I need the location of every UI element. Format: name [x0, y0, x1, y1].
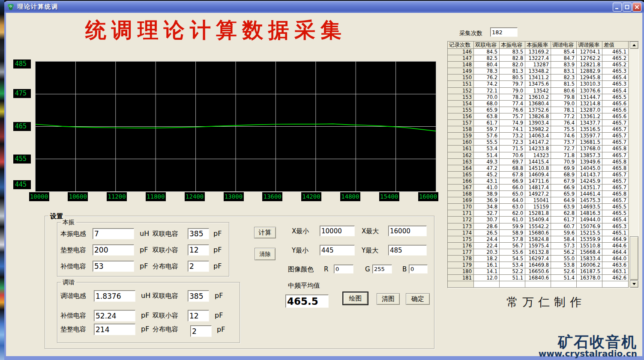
- benzhen-padder-cap-input[interactable]: [93, 244, 134, 256]
- table-row[interactable]: 15957.673.214063.474.613597.7465.7: [448, 133, 638, 139]
- table-row[interactable]: 16741.066.014817.466.914351.7465.7: [448, 184, 638, 191]
- table-row[interactable]: 17524.457.815824.858.415359.9464.9: [448, 236, 638, 243]
- table-row[interactable]: 17622.456.715975.457.315510.8464.6: [448, 243, 638, 249]
- table-cell: 56.7: [500, 243, 525, 249]
- benzhen-trimmer-cap-input[interactable]: [188, 244, 209, 256]
- table-row[interactable]: 17720.355.616132.856.215668.4464.4: [448, 249, 638, 256]
- g-input[interactable]: [372, 265, 392, 274]
- table-row[interactable]: 17132.762.015281.862.814816.3465.5: [448, 210, 638, 217]
- tiaoxie-inductance-input[interactable]: [94, 290, 135, 302]
- tiaoxie-stray-cap-input[interactable]: [190, 325, 212, 337]
- table-row[interactable]: 17328.659.915542.260.715076.9465.3: [448, 223, 638, 230]
- table-row[interactable]: 16349.369.714415.470.913949.6465.8: [448, 159, 638, 165]
- collection-count-input[interactable]: [490, 27, 518, 37]
- ymin-input[interactable]: [320, 245, 355, 256]
- table-cell: 463.1: [602, 268, 629, 275]
- table-row[interactable]: 15468.077.413680.479.013214.8465.6: [448, 101, 638, 107]
- table-cell: 152: [448, 88, 474, 94]
- table-cell: 165: [448, 172, 474, 178]
- table-cell: 14461.4: [577, 191, 602, 197]
- clear-button[interactable]: 清除: [255, 248, 276, 260]
- table-row[interactable]: 14880.482.01328783.912821.8465.2: [448, 62, 638, 68]
- scroll-up-button[interactable]: [630, 42, 638, 49]
- table-cell: 16650.6: [525, 268, 551, 275]
- col-header[interactable]: 本振频率: [525, 42, 551, 49]
- table-row[interactable]: 15663.875.713826.877.213361.2465.6: [448, 113, 638, 120]
- x-tick-label: 16000: [418, 192, 438, 201]
- col-header[interactable]: 记录次数: [448, 42, 474, 49]
- close-button[interactable]: [632, 3, 641, 12]
- table-row[interactable]: 15761.774.913903.476.413437.7465.7: [448, 120, 638, 126]
- table-cell: 16187.5: [577, 268, 602, 275]
- table-cell: 160: [448, 139, 474, 146]
- table-cell: 465.6: [602, 101, 629, 107]
- col-header[interactable]: 调谐电容: [551, 42, 577, 49]
- table-cell: 13287.0: [577, 107, 602, 113]
- table-row[interactable]: 17230.761.015409.461.714944.0465.4: [448, 217, 638, 223]
- table-row[interactable]: 16447.268.814510.869.914045.0465.8: [448, 165, 638, 172]
- table-row[interactable]: 16838.965.014927.265.914461.4465.8: [448, 191, 638, 197]
- table-row[interactable]: 15272.179.01354280.613076.6465.4: [448, 88, 638, 94]
- benzhen-stray-cap-input[interactable]: [188, 261, 209, 272]
- ok-button[interactable]: 确定: [406, 293, 430, 305]
- table-row[interactable]: 15370.078.213610.279.813144.7465.5: [448, 94, 638, 101]
- table-row[interactable]: 17426.558.915680.659.615215.5465.1: [448, 230, 638, 236]
- table-row[interactable]: 16153.471.514233.872.713768.0465.8: [448, 146, 638, 152]
- table-row[interactable]: 16936.964.01504164.914575.3465.7: [448, 197, 638, 204]
- if-average-input[interactable]: [285, 295, 329, 308]
- scroll-thumb[interactable]: [630, 236, 638, 280]
- col-header[interactable]: 调谐频率: [577, 42, 602, 49]
- scroll-down-button[interactable]: [630, 280, 638, 288]
- benzhen-gang-cap-input[interactable]: [188, 228, 209, 239]
- ymax-input[interactable]: [388, 245, 427, 256]
- table-scrollbar[interactable]: [630, 42, 638, 288]
- tiaoxie-gang-cap-input[interactable]: [188, 290, 209, 302]
- table-cell: 16006.2: [577, 262, 602, 268]
- table-cell: 16469.8: [525, 262, 551, 268]
- xmin-input[interactable]: [320, 226, 355, 236]
- title-bar[interactable]: 理论计算统调: [4, 1, 644, 13]
- clear-plot-button[interactable]: 清图: [377, 293, 400, 305]
- table-row[interactable]: 15076.280.513411.282.312945.8465.4: [448, 74, 638, 81]
- r-input[interactable]: [334, 265, 353, 274]
- table-row[interactable]: 15565.976.613752.678.113287.0465.6: [448, 107, 638, 113]
- table-row[interactable]: 16055.572.314147.273.713681.5465.7: [448, 139, 638, 146]
- table-row[interactable]: 17916.153.416469.853.816006.2463.6: [448, 262, 638, 268]
- table-row[interactable]: 17034.863.01515963.914693.5465.5: [448, 204, 638, 210]
- table-cell: 14351.7: [577, 184, 602, 191]
- table-cell: 53.4: [500, 262, 525, 268]
- table-row[interactable]: 15174.279.713475.681.513010.3465.3: [448, 81, 638, 87]
- table-cell: 36.9: [474, 197, 500, 204]
- table-row[interactable]: 16545.267.814609.468.914143.7465.7: [448, 172, 638, 178]
- table-cell: 166: [448, 178, 474, 184]
- table-cell: 465.5: [602, 210, 629, 217]
- b-input[interactable]: [409, 265, 428, 274]
- table-cell: 13348.2: [525, 68, 551, 74]
- xmax-input[interactable]: [388, 226, 427, 236]
- maximize-button[interactable]: [623, 3, 632, 12]
- table-row[interactable]: 18112.051.116840.651.416378.0462.6: [448, 275, 638, 281]
- table-row[interactable]: 14782.582.813227.484.712762.2465.2: [448, 55, 638, 62]
- tiaoxie-padder-cap-input[interactable]: [94, 324, 135, 335]
- table-row[interactable]: 17818.254.516297.455.015833.4464.0: [448, 256, 638, 262]
- draw-button[interactable]: 绘图: [343, 292, 368, 304]
- table-cell: 75.7: [500, 113, 525, 120]
- col-header[interactable]: 双联电容: [474, 42, 500, 49]
- table-row[interactable]: [448, 281, 638, 288]
- col-header[interactable]: 本振电容: [500, 42, 525, 49]
- col-header[interactable]: 差值: [602, 42, 629, 49]
- benzhen-comp-cap-input[interactable]: [93, 261, 134, 272]
- table-row[interactable]: 14978.381.313348.283.112882.9465.3: [448, 68, 638, 74]
- table-row[interactable]: 15859.774.113982.275.513516.5465.7: [448, 126, 638, 133]
- tiaoxie-comp-cap-input[interactable]: [94, 310, 135, 321]
- table-row[interactable]: 16643.166.914711.667.914245.9465.7: [448, 178, 638, 184]
- table-row[interactable]: 14684.583.513169.285.412704.1465.1: [448, 49, 638, 55]
- table-row[interactable]: 18014.152.216650.652.616187.5463.1: [448, 268, 638, 275]
- table-cell: 66.0: [500, 184, 525, 191]
- table-row[interactable]: 16251.470.61432371.813857.3465.7: [448, 152, 638, 159]
- calculate-button[interactable]: 计算: [254, 227, 276, 238]
- benzhen-inductance-input[interactable]: [93, 228, 134, 239]
- tiaoxie-trimmer-cap-input[interactable]: [188, 310, 209, 321]
- table-cell: 13680.4: [525, 101, 551, 107]
- minimize-button[interactable]: [613, 3, 622, 12]
